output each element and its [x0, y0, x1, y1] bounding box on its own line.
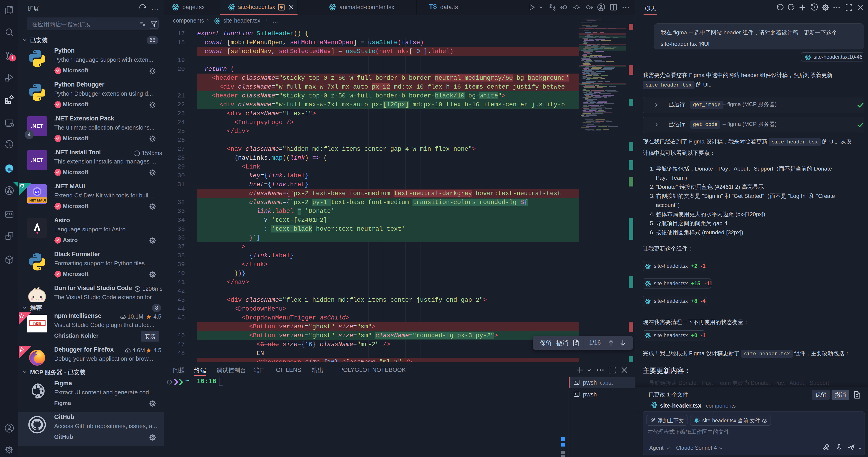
svg-text:C#: C# — [35, 190, 39, 193]
svg-text:npm: npm — [33, 321, 41, 326]
